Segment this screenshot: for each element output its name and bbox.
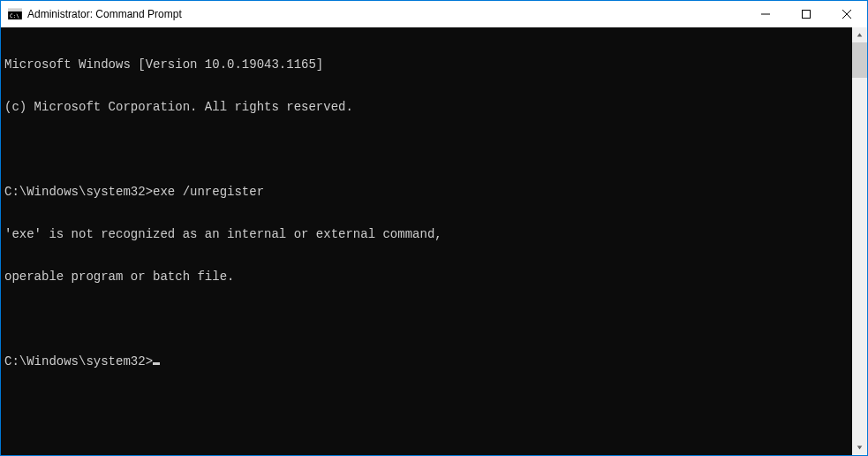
- vertical-scrollbar[interactable]: [852, 27, 867, 455]
- terminal-line: 'exe' is not recognized as an internal o…: [4, 227, 849, 241]
- terminal-line: C:\Windows\system32>exe /unregister: [4, 185, 849, 199]
- terminal[interactable]: Microsoft Windows [Version 10.0.19043.11…: [1, 27, 852, 455]
- command-prompt-window: C:\ Administrator: Command Prompt: [0, 0, 868, 456]
- scroll-thumb[interactable]: [852, 42, 867, 78]
- scroll-track[interactable]: [852, 42, 867, 440]
- svg-rect-4: [803, 11, 811, 19]
- svg-rect-1: [8, 9, 22, 11]
- terminal-container: Microsoft Windows [Version 10.0.19043.11…: [1, 27, 867, 455]
- titlebar-left: C:\ Administrator: Command Prompt: [8, 7, 182, 21]
- scroll-down-arrow[interactable]: [852, 440, 867, 455]
- maximize-button[interactable]: [786, 1, 826, 27]
- close-button[interactable]: [826, 1, 867, 27]
- minimize-button[interactable]: [745, 1, 786, 27]
- terminal-line: (c) Microsoft Corporation. All rights re…: [4, 100, 849, 114]
- current-prompt-line: C:\Windows\system32>: [4, 354, 849, 369]
- cmd-icon: C:\: [8, 7, 22, 21]
- titlebar[interactable]: C:\ Administrator: Command Prompt: [1, 1, 867, 27]
- window-title: Administrator: Command Prompt: [27, 8, 182, 20]
- scroll-up-arrow[interactable]: [852, 27, 867, 42]
- terminal-line: Microsoft Windows [Version 10.0.19043.11…: [4, 57, 849, 72]
- cursor: [153, 362, 160, 365]
- window-controls: [745, 1, 867, 27]
- svg-text:C:\: C:\: [10, 12, 19, 19]
- terminal-line: [4, 142, 849, 156]
- prompt-text: C:\Windows\system32>: [4, 354, 153, 369]
- terminal-line: [4, 312, 849, 326]
- terminal-line: operable program or batch file.: [4, 270, 849, 284]
